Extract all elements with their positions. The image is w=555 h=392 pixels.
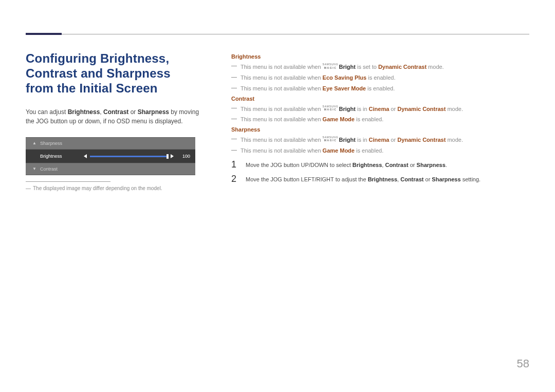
triangle-left-icon bbox=[84, 154, 87, 158]
step-bold: Sharpness bbox=[417, 162, 446, 168]
bullet-text: This menu is not available when bbox=[240, 85, 323, 91]
dash-icon: ― bbox=[26, 185, 33, 192]
step-bold: Sharpness bbox=[432, 176, 460, 182]
bullet-text: mode. bbox=[446, 137, 463, 143]
bullet-text: is in bbox=[356, 106, 369, 112]
bullet-text: is in bbox=[356, 137, 369, 143]
section-head-sharpness: Sharpness bbox=[231, 126, 529, 133]
section-head-contrast: Contrast bbox=[231, 96, 529, 102]
highlight-text: Game Mode bbox=[323, 147, 355, 154]
highlight-text: Dynamic Contrast bbox=[378, 64, 427, 70]
step-pre: Move the JOG button UP/DOWN to select bbox=[246, 162, 353, 168]
page-title: Configuring Brightness, Contrast and Sha… bbox=[26, 51, 200, 96]
intro-text: You can adjust bbox=[26, 108, 68, 116]
intro-sep: , bbox=[100, 108, 103, 116]
step-number: 1 bbox=[231, 160, 238, 169]
bullet-text: is enabled. bbox=[366, 85, 395, 91]
bullet: This menu is not available when Eco Savi… bbox=[231, 74, 529, 82]
bullet: This menu is not available when Game Mod… bbox=[231, 116, 529, 123]
section-head-brightness: Brightness bbox=[231, 53, 529, 60]
highlight-text: Cinema bbox=[369, 137, 390, 143]
magic-icon: SAMSUNGMAGIC bbox=[323, 62, 339, 69]
osd-active-label: Brightness bbox=[38, 154, 84, 159]
bullet-text: This menu is not available when bbox=[240, 137, 323, 143]
intro-contrast: Contrast bbox=[103, 108, 128, 116]
osd-widget: ▲ Sharpness Brightness 100 ▼ Contrast bbox=[26, 137, 195, 175]
chevron-up-icon: ▲ bbox=[31, 141, 38, 145]
intro-sep2: or bbox=[128, 108, 137, 116]
chevron-down-icon: ▼ bbox=[31, 167, 38, 171]
bullet-text: This menu is not available when bbox=[240, 116, 323, 122]
bullet: This menu is not available when SAMSUNGM… bbox=[231, 136, 529, 144]
page: Configuring Brightness, Contrast and Sha… bbox=[0, 0, 555, 392]
highlight-text: Eco Saving Plus bbox=[323, 74, 367, 81]
bullet-text: This menu is not available when bbox=[240, 74, 323, 81]
bullet-text: is enabled. bbox=[355, 147, 383, 154]
osd-row-down: ▼ Contrast bbox=[26, 163, 195, 175]
bullet-text: This menu is not available when bbox=[240, 147, 323, 154]
osd-row-up: ▲ Sharpness bbox=[26, 138, 195, 149]
osd-slider: 100 bbox=[84, 154, 190, 159]
osd-value: 100 bbox=[177, 154, 190, 159]
step-2: 2 Move the JOG button LEFT/RIGHT to adju… bbox=[231, 174, 529, 183]
bullet: This menu is not available when Eye Save… bbox=[231, 85, 529, 92]
highlight-text: Dynamic Contrast bbox=[397, 137, 446, 143]
osd-row-active: Brightness 100 bbox=[26, 149, 195, 163]
bullet-text: This menu is not available when bbox=[240, 106, 323, 112]
footnote: ―The displayed image may differ dependin… bbox=[26, 181, 164, 192]
slider-track bbox=[90, 156, 168, 157]
step-bold: Brightness bbox=[353, 162, 382, 168]
bullet-text: mode. bbox=[427, 64, 444, 70]
bullet-text: is enabled. bbox=[366, 74, 395, 81]
bullet: This menu is not available when Game Mod… bbox=[231, 147, 529, 155]
highlight-text: Eye Saver Mode bbox=[323, 85, 366, 91]
accent-bar bbox=[26, 33, 62, 35]
intro-paragraph: You can adjust Brightness, Contrast or S… bbox=[26, 108, 200, 126]
highlight-text: Cinema bbox=[369, 106, 390, 112]
steps-list: 1 Move the JOG button UP/DOWN to select … bbox=[231, 160, 529, 184]
intro-brightness: Brightness bbox=[68, 108, 100, 116]
bullet: This menu is not available when SAMSUNGM… bbox=[231, 105, 529, 113]
slider-thumb bbox=[166, 154, 169, 159]
bullet-text: or bbox=[389, 137, 397, 143]
step-post: setting. bbox=[461, 176, 481, 182]
bullet: This menu is not available when SAMSUNGM… bbox=[231, 63, 529, 71]
right-column: Brightness This menu is not available wh… bbox=[231, 51, 529, 189]
step-sep: or bbox=[423, 176, 432, 182]
left-column: Configuring Brightness, Contrast and Sha… bbox=[26, 51, 200, 192]
step-1: 1 Move the JOG button UP/DOWN to select … bbox=[231, 160, 529, 169]
triangle-right-icon bbox=[171, 154, 174, 158]
intro-sharpness: Sharpness bbox=[138, 108, 169, 116]
step-post: . bbox=[446, 162, 447, 168]
step-text: Move the JOG button LEFT/RIGHT to adjust… bbox=[246, 174, 480, 183]
bullet-text: mode. bbox=[446, 106, 463, 112]
step-bold: Contrast bbox=[400, 176, 423, 182]
step-bold: Brightness bbox=[368, 176, 397, 182]
footnote-text: ―The displayed image may differ dependin… bbox=[26, 185, 164, 192]
highlight-text: Game Mode bbox=[323, 116, 355, 122]
bold-text: Bright bbox=[339, 64, 355, 70]
magic-icon: SAMSUNGMAGIC bbox=[323, 136, 339, 142]
osd-up-label: Sharpness bbox=[38, 141, 84, 146]
step-number: 2 bbox=[231, 174, 238, 183]
top-rule bbox=[26, 34, 529, 34]
footnote-body: The displayed image may differ depending… bbox=[33, 185, 162, 191]
step-pre: Move the JOG button LEFT/RIGHT to adjust… bbox=[246, 176, 368, 182]
step-text: Move the JOG button UP/DOWN to select Br… bbox=[246, 160, 447, 169]
osd-down-label: Contrast bbox=[38, 166, 84, 172]
bold-text: Bright bbox=[339, 106, 355, 112]
bullet-text: is enabled. bbox=[355, 116, 383, 122]
page-number: 58 bbox=[517, 357, 529, 370]
bullet-text: This menu is not available when bbox=[240, 64, 323, 70]
step-sep: or bbox=[409, 162, 417, 168]
bullet-text: or bbox=[389, 106, 397, 112]
bold-text: Bright bbox=[339, 137, 355, 143]
bullet-text: is set to bbox=[356, 64, 378, 70]
step-bold: Contrast bbox=[385, 162, 408, 168]
magic-icon: SAMSUNGMAGIC bbox=[323, 104, 339, 111]
highlight-text: Dynamic Contrast bbox=[397, 106, 446, 112]
footnote-rule bbox=[26, 181, 110, 182]
